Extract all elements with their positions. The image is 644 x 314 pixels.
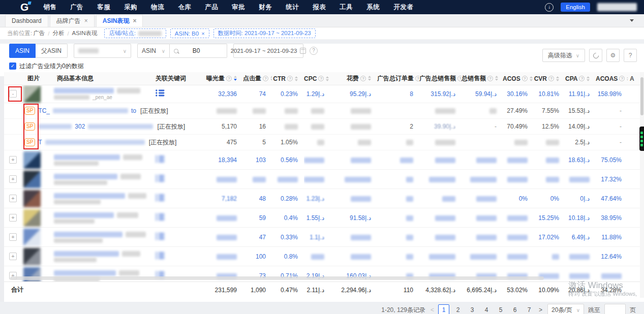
cell-value[interactable]: 0.28% xyxy=(281,195,298,202)
keyword-list-icon[interactable] xyxy=(152,233,165,241)
cell-value[interactable]: 17.02% xyxy=(538,234,559,241)
column-header[interactable]: 曝光量? xyxy=(198,72,243,85)
nav-item[interactable]: 广告 xyxy=(70,3,83,12)
cell-value[interactable]: 8 xyxy=(410,90,413,98)
cell-value[interactable]: 48 xyxy=(259,195,266,202)
sort-icon[interactable] xyxy=(587,76,590,81)
keyword-list-icon[interactable] xyxy=(152,194,165,203)
campaign-name[interactable]: 302 xyxy=(75,123,85,130)
column-header[interactable]: ACOAS? xyxy=(596,72,628,85)
filter-zero-checkbox[interactable]: ✓ xyxy=(9,62,16,70)
help-icon[interactable]: ? xyxy=(310,47,318,55)
cell-value[interactable]: 103 xyxy=(256,156,266,164)
cell-value[interactable]: 59 xyxy=(259,214,266,222)
cell-value[interactable]: 0.8% xyxy=(284,253,298,260)
campaign-name[interactable]: TC_ xyxy=(38,107,50,114)
keyword-list-icon[interactable] xyxy=(152,175,165,183)
cell-value[interactable]: 1.29د.إ xyxy=(306,90,324,98)
nav-item[interactable]: 报表 xyxy=(313,3,326,12)
nav-item[interactable]: 工具 xyxy=(340,3,353,12)
search-input[interactable] xyxy=(178,47,214,54)
cell-value[interactable]: 10.81% xyxy=(538,90,559,98)
cell-value[interactable]: 74 xyxy=(259,90,266,98)
expand-button[interactable]: + xyxy=(9,214,17,222)
cell-value[interactable]: 0% xyxy=(550,195,559,202)
cell-value[interactable]: 12.64% xyxy=(601,253,622,260)
help-icon[interactable]: ? xyxy=(487,76,493,81)
help-icon[interactable]: ? xyxy=(226,76,232,81)
nav-item[interactable]: 销售 xyxy=(43,3,56,12)
campaign-name[interactable]: T xyxy=(38,139,42,146)
cell-value[interactable]: 18,394 xyxy=(218,156,237,164)
cell-value[interactable]: 18.63د.إ xyxy=(568,156,590,164)
campaign-name[interactable]: to xyxy=(131,107,136,114)
jump-page-input[interactable] xyxy=(604,304,626,314)
column-header[interactable]: 花费? xyxy=(330,72,377,85)
nav-item[interactable]: 仓库 xyxy=(178,3,191,12)
sort-icon[interactable] xyxy=(326,76,329,81)
cell-value[interactable]: 0% xyxy=(519,195,528,202)
sort-icon[interactable] xyxy=(556,76,559,81)
close-icon[interactable]: × xyxy=(133,18,136,24)
cell-value[interactable]: 32,336 xyxy=(218,90,237,98)
sort-icon[interactable] xyxy=(234,76,237,81)
column-header[interactable]: 点击量? xyxy=(243,72,272,85)
cell-value[interactable]: 7,182 xyxy=(222,195,237,202)
help-icon[interactable]: ? xyxy=(263,76,268,81)
nav-item[interactable]: 开发者 xyxy=(393,3,413,12)
cell-value[interactable]: 17.32% xyxy=(601,176,622,183)
close-icon[interactable]: × xyxy=(84,18,88,24)
expand-button[interactable]: + xyxy=(9,253,17,260)
filter-tag[interactable]: 店铺/站点: xyxy=(104,28,166,38)
column-header[interactable]: ACOS? xyxy=(503,72,534,85)
breadcrumb-part[interactable]: 广告 xyxy=(33,29,45,37)
help-icon[interactable]: ? xyxy=(548,76,554,81)
help-icon[interactable]: ? xyxy=(318,76,324,81)
user-info[interactable] xyxy=(597,3,637,11)
cell-value[interactable]: 47 xyxy=(259,234,266,241)
column-header[interactable]: CTR? xyxy=(272,72,304,85)
horizontal-scrollbar[interactable] xyxy=(10,276,544,280)
filter-tag[interactable]: 数据时间: 2021-09-17 ~ 2021-09-23 xyxy=(213,28,316,38)
sort-icon[interactable] xyxy=(495,76,498,81)
page-number[interactable]: 7 xyxy=(524,304,535,314)
tab[interactable]: ASIN表现× xyxy=(96,14,143,27)
breadcrumb-part[interactable]: 分析 xyxy=(52,29,64,37)
cell-value[interactable]: 0د.إ xyxy=(580,195,590,202)
nav-item[interactable]: 系统 xyxy=(366,3,380,12)
expand-button[interactable]: + xyxy=(9,156,17,164)
vertical-scrollbar[interactable] xyxy=(640,72,644,298)
column-header[interactable]: 总销售额? xyxy=(462,72,503,85)
tab-list-caret-icon[interactable] xyxy=(630,19,634,22)
help-icon[interactable]: ? xyxy=(522,76,528,81)
refresh-button[interactable] xyxy=(589,49,602,62)
cell-value[interactable]: 0.33% xyxy=(281,234,298,241)
page-number[interactable]: 5 xyxy=(495,304,506,314)
page-size-select[interactable]: 20条/页 ∨ xyxy=(547,304,584,314)
cell-value[interactable]: 1.55د.إ xyxy=(306,214,324,222)
nav-item[interactable]: 审批 xyxy=(232,3,245,12)
nav-item[interactable]: 产品 xyxy=(205,3,218,12)
parent-asin-toggle-button[interactable]: 父ASIN xyxy=(36,44,68,58)
help-icon[interactable]: ? xyxy=(619,76,625,81)
settings-button[interactable]: ⚙ xyxy=(606,49,620,62)
cell-value[interactable]: 10.18د.إ xyxy=(568,214,590,222)
page-number[interactable]: 6 xyxy=(509,304,520,314)
expand-button[interactable]: - xyxy=(9,90,17,98)
nav-item[interactable]: 采购 xyxy=(124,3,137,12)
cell-value[interactable]: 11.88% xyxy=(601,234,622,241)
prev-page-icon[interactable]: < xyxy=(430,306,435,313)
nav-item[interactable]: 客服 xyxy=(97,3,110,12)
nav-item[interactable]: 统计 xyxy=(286,3,299,12)
cell-value[interactable]: 11.91د.إ xyxy=(569,90,590,98)
column-header[interactable]: 广告总销售额? xyxy=(419,72,462,85)
scrollbar-thumb[interactable] xyxy=(640,77,643,115)
expand-button[interactable]: + xyxy=(9,233,17,241)
keyword-list-icon[interactable] xyxy=(152,213,165,222)
cell-value[interactable]: 91.58د.إ xyxy=(350,214,371,222)
filter-tag[interactable]: ASIN: B0× xyxy=(170,28,209,38)
asin-toggle-button[interactable]: ASIN xyxy=(9,44,36,58)
cloud-download-icon[interactable]: ↓ xyxy=(545,3,554,12)
cell-value[interactable]: 0.56% xyxy=(281,156,298,164)
help-icon[interactable]: ? xyxy=(287,76,293,81)
